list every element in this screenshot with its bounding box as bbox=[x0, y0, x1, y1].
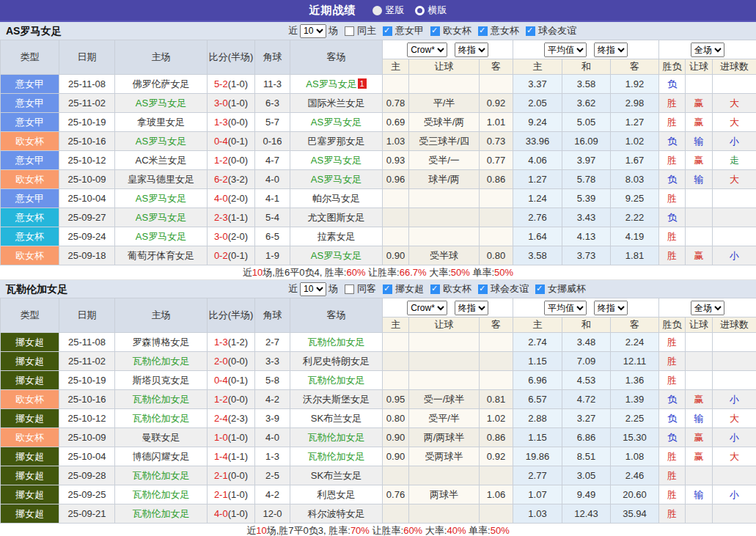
avg-home-odds: 1.64 bbox=[513, 227, 562, 246]
final-odds-select-1[interactable]: 终指 bbox=[455, 43, 488, 57]
home-team-link[interactable]: 皇家马德里女足 bbox=[115, 170, 208, 189]
home-team-link[interactable]: 瓦勒伦加女足 bbox=[115, 466, 208, 485]
sub-avg-home: 主 bbox=[513, 317, 562, 333]
home-team-link[interactable]: AS罗马女足 bbox=[115, 208, 208, 227]
result-cell: 负 bbox=[659, 170, 686, 189]
radio-unselected-icon[interactable] bbox=[415, 6, 425, 15]
away-team-link[interactable]: AS罗马女足 bbox=[290, 113, 383, 132]
away-team-link[interactable]: 帕尔马女足 bbox=[290, 189, 383, 208]
league-checkbox-3[interactable] bbox=[535, 284, 545, 294]
home-team-link[interactable]: 斯塔贝克女足 bbox=[115, 371, 208, 390]
league-checkbox-2[interactable] bbox=[478, 284, 488, 294]
home-team-link[interactable]: 曼联女足 bbox=[115, 428, 208, 447]
sub-handicap-result: 让球 bbox=[686, 317, 713, 333]
away-team-link[interactable]: SK布兰女足 bbox=[290, 409, 383, 428]
away-team-link[interactable]: 国际米兰女足 bbox=[290, 94, 383, 113]
match-date: 25-09-25 bbox=[59, 485, 115, 504]
average-select[interactable]: 平均值 bbox=[544, 43, 587, 57]
away-team-link[interactable]: 瓦勒伦加女足 bbox=[290, 428, 383, 447]
home-team-link[interactable]: AS罗马女足 bbox=[115, 227, 208, 246]
final-odds-select-1[interactable]: 终指 bbox=[455, 301, 488, 315]
same-venue-checkbox[interactable] bbox=[345, 26, 354, 36]
home-team-link[interactable]: 罗森博格女足 bbox=[115, 333, 208, 352]
away-team-link[interactable]: AS罗马女足 bbox=[290, 170, 383, 189]
match-date: 25-11-02 bbox=[59, 352, 115, 371]
home-team-link[interactable]: 瓦勒伦加女足 bbox=[115, 352, 208, 371]
league-checkbox-1[interactable] bbox=[430, 284, 440, 294]
team-name-title: 瓦勒伦加女足 bbox=[6, 280, 67, 298]
sub-result: 胜负 bbox=[659, 59, 686, 75]
scope-select[interactable]: 全场 bbox=[691, 43, 724, 57]
home-team-link[interactable]: 瓦勒伦加女足 bbox=[115, 390, 208, 409]
handicap-home-odds bbox=[383, 75, 409, 94]
league-checkbox-1[interactable] bbox=[430, 26, 440, 36]
scope-select[interactable]: 全场 bbox=[691, 301, 724, 315]
layout-radio-horizontal[interactable]: 横版 bbox=[415, 4, 447, 17]
home-team-link[interactable]: 拿玻里女足 bbox=[115, 113, 208, 132]
match-count-select[interactable]: 10 bbox=[300, 24, 326, 38]
avg-home-odds: 4.06 bbox=[513, 151, 562, 170]
result-cell: 胜 bbox=[659, 246, 686, 265]
same-venue-checkbox[interactable] bbox=[345, 284, 354, 294]
away-team-link[interactable]: SK布兰女足 bbox=[290, 466, 383, 485]
final-odds-select-2[interactable]: 终指 bbox=[594, 301, 628, 315]
away-team-link[interactable]: AS罗马女足 bbox=[290, 151, 383, 170]
away-team-link[interactable]: 瓦勒伦加女足 bbox=[290, 447, 383, 466]
match-date: 25-10-12 bbox=[59, 151, 115, 170]
away-team-link[interactable]: 利尼史特朗女足 bbox=[290, 352, 383, 371]
match-row: 挪女超25-09-25瓦勒伦加女足2-1(1-0)4-2利恩女足0.76两球半1… bbox=[1, 485, 756, 504]
away-team-link[interactable]: 沃尔夫斯堡女足 bbox=[290, 390, 383, 409]
home-team-link[interactable]: AC米兰女足 bbox=[115, 151, 208, 170]
league-checkbox-3[interactable] bbox=[526, 26, 535, 36]
score-cell: 0-4(0-1) bbox=[208, 371, 255, 390]
away-team-link[interactable]: 利恩女足 bbox=[290, 485, 383, 504]
league-checkbox-2[interactable] bbox=[478, 26, 488, 36]
handicap-away-odds bbox=[480, 333, 513, 352]
avg-home-odds: 1.24 bbox=[513, 189, 562, 208]
col-score: 比分(半场) bbox=[208, 40, 255, 75]
league-checkbox-0[interactable] bbox=[383, 26, 392, 36]
avg-away-odds: 1.02 bbox=[611, 132, 659, 151]
avg-draw-odds: 4.53 bbox=[562, 371, 611, 390]
col-corner: 角球 bbox=[255, 40, 290, 75]
league-badge: 欧女杯 bbox=[1, 246, 59, 265]
home-team-link[interactable]: 佛罗伦萨女足 bbox=[115, 75, 208, 94]
home-team-link[interactable]: 葡萄牙体育女足 bbox=[115, 246, 208, 265]
avg-draw-odds: 9.49 bbox=[562, 485, 611, 504]
match-row: 意女甲25-10-19拿玻里女足1-3(0-0)5-7AS罗马女足0.69受球半… bbox=[1, 113, 756, 132]
matches-table: 类型 日期 主场 比分(半场) 角球 客场 Crow* 终指 平均值 终指 全场 bbox=[0, 298, 756, 524]
bookmaker-select[interactable]: Crow* bbox=[407, 301, 447, 315]
avg-home-odds: 1.03 bbox=[513, 504, 562, 524]
home-team-link[interactable]: 博德闪耀女足 bbox=[115, 447, 208, 466]
league-badge: 意女杯 bbox=[1, 227, 59, 246]
away-team-link[interactable]: 巴塞罗那女足 bbox=[290, 132, 383, 151]
handicap-result-cell: 赢 bbox=[686, 94, 713, 113]
handicap-result-cell: 赢 bbox=[686, 151, 713, 170]
home-team-link[interactable]: 瓦勒伦加女足 bbox=[115, 409, 208, 428]
handicap-home-odds: 0.80 bbox=[383, 409, 409, 428]
goals-result-cell: 大 bbox=[713, 409, 756, 428]
away-team-link[interactable]: AS罗马女足1 bbox=[290, 75, 383, 94]
average-select[interactable]: 平均值 bbox=[544, 301, 587, 315]
away-team-link[interactable]: 拉素女足 bbox=[290, 227, 383, 246]
handicap-result-cell: 赢 bbox=[686, 428, 713, 447]
avg-away-odds: 1.67 bbox=[611, 151, 659, 170]
away-team-link[interactable]: 科尔波特女足 bbox=[290, 504, 383, 524]
corner-cell: 1-9 bbox=[255, 246, 290, 265]
home-team-link[interactable]: AS罗马女足 bbox=[115, 132, 208, 151]
home-team-link[interactable]: 瓦勒伦加女足 bbox=[115, 504, 208, 524]
league-checkbox-0[interactable] bbox=[383, 284, 392, 294]
layout-radio-vertical[interactable]: 竖版 bbox=[373, 4, 405, 17]
home-team-link[interactable]: 瓦勒伦加女足 bbox=[115, 485, 208, 504]
bookmaker-select[interactable]: Crow* bbox=[407, 43, 447, 57]
match-count-select[interactable]: 10 bbox=[300, 282, 326, 296]
away-team-link[interactable]: 瓦勒伦加女足 bbox=[290, 333, 383, 352]
corner-cell: 4-0 bbox=[255, 170, 290, 189]
home-team-link[interactable]: AS罗马女足 bbox=[115, 189, 208, 208]
away-team-link[interactable]: AS罗马女足 bbox=[290, 246, 383, 265]
radio-selected-icon[interactable] bbox=[373, 6, 382, 15]
away-team-link[interactable]: 瓦勒伦加女足 bbox=[290, 371, 383, 390]
final-odds-select-2[interactable]: 终指 bbox=[594, 43, 628, 57]
home-team-link[interactable]: AS罗马女足 bbox=[115, 94, 208, 113]
away-team-link[interactable]: 尤文图斯女足 bbox=[290, 208, 383, 227]
